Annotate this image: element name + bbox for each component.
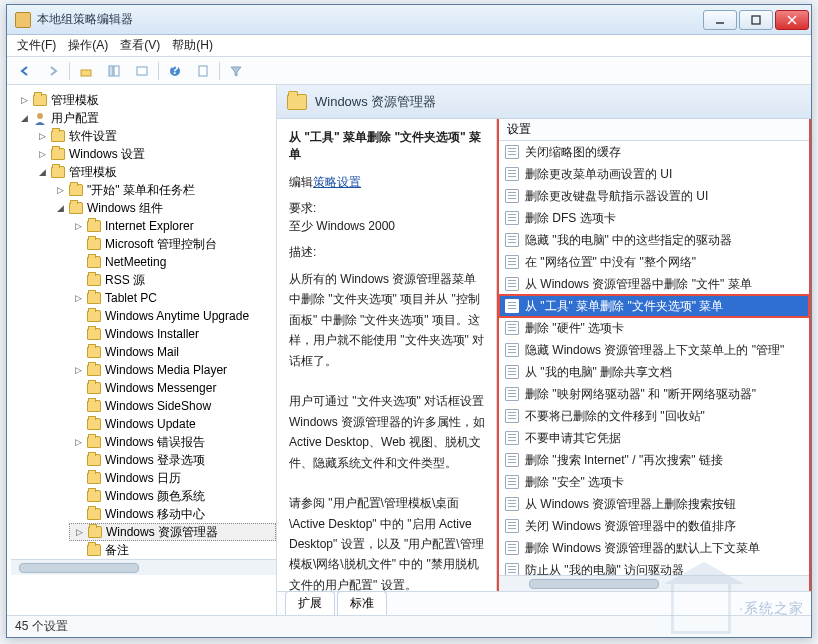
folder-icon bbox=[87, 364, 101, 376]
tree-item-logon[interactable]: Windows 登录选项 bbox=[69, 451, 276, 469]
folder-icon bbox=[87, 220, 101, 232]
up-button[interactable] bbox=[74, 60, 98, 82]
expand-icon[interactable]: ▷ bbox=[73, 437, 83, 447]
content-title: Windows 资源管理器 bbox=[315, 93, 436, 111]
toolbar-separator bbox=[219, 62, 220, 80]
maximize-button[interactable] bbox=[739, 10, 773, 30]
tree-item-anytime[interactable]: Windows Anytime Upgrade bbox=[69, 307, 276, 325]
forward-button[interactable] bbox=[41, 60, 65, 82]
list-item[interactable]: 防止从 "我的电脑" 访问驱动器 bbox=[499, 559, 809, 575]
expand-icon[interactable]: ▷ bbox=[74, 527, 84, 537]
folder-icon bbox=[51, 130, 65, 142]
tree-item-netmeeting[interactable]: NetMeeting bbox=[69, 253, 276, 271]
expand-icon[interactable]: ▷ bbox=[73, 365, 83, 375]
policy-icon bbox=[505, 255, 519, 269]
settings-list[interactable]: 关闭缩略图的缓存删除更改菜单动画设置的 UI删除更改键盘导航指示器设置的 UI删… bbox=[499, 141, 809, 575]
properties-button[interactable] bbox=[191, 60, 215, 82]
list-item[interactable]: 删除 "映射网络驱动器" 和 "断开网络驱动器" bbox=[499, 383, 809, 405]
list-item[interactable]: 不要将已删除的文件移到 "回收站" bbox=[499, 405, 809, 427]
tree-item[interactable]: ▷Windows 设置 bbox=[33, 145, 276, 163]
menubar: 文件(F) 操作(A) 查看(V) 帮助(H) bbox=[7, 35, 811, 57]
list-item[interactable]: 隐藏 "我的电脑" 中的这些指定的驱动器 bbox=[499, 229, 809, 251]
filter-button[interactable] bbox=[224, 60, 248, 82]
collapse-icon[interactable]: ◢ bbox=[19, 113, 29, 123]
tree-item-colorsystem[interactable]: Windows 颜色系统 bbox=[69, 487, 276, 505]
tree-item-rss[interactable]: RSS 源 bbox=[69, 271, 276, 289]
collapse-icon[interactable]: ◢ bbox=[37, 167, 47, 177]
tree-item-ie[interactable]: ▷Internet Explorer bbox=[69, 217, 276, 235]
list-item[interactable]: 删除 Windows 资源管理器的默认上下文菜单 bbox=[499, 537, 809, 559]
minimize-button[interactable] bbox=[703, 10, 737, 30]
tree-item[interactable]: ▷管理模板 bbox=[15, 91, 276, 109]
list-item[interactable]: 删除 "搜索 Internet" / "再次搜索" 链接 bbox=[499, 449, 809, 471]
export-button[interactable] bbox=[130, 60, 154, 82]
list-item[interactable]: 从 Windows 资源管理器上删除搜索按钮 bbox=[499, 493, 809, 515]
tree-item-installer[interactable]: Windows Installer bbox=[69, 325, 276, 343]
expand-icon[interactable]: ▷ bbox=[37, 149, 47, 159]
tab-standard[interactable]: 标准 bbox=[337, 591, 387, 615]
scrollbar-thumb[interactable] bbox=[529, 579, 659, 589]
list-item[interactable]: 关闭 Windows 资源管理器中的数值排序 bbox=[499, 515, 809, 537]
menu-help[interactable]: 帮助(H) bbox=[172, 37, 213, 54]
expand-icon[interactable]: ▷ bbox=[55, 185, 65, 195]
tree-item-errorreport[interactable]: ▷Windows 错误报告 bbox=[69, 433, 276, 451]
list-item[interactable]: 在 "网络位置" 中没有 "整个网络" bbox=[499, 251, 809, 273]
list-item[interactable]: 不要申请其它凭据 bbox=[499, 427, 809, 449]
tree-item-sideshow[interactable]: Windows SideShow bbox=[69, 397, 276, 415]
tree-item-remark[interactable]: 备注 bbox=[69, 541, 276, 559]
list-scrollbar[interactable] bbox=[499, 575, 809, 591]
tree-item-windows-components[interactable]: ◢Windows 组件 bbox=[51, 199, 276, 217]
menu-view[interactable]: 查看(V) bbox=[120, 37, 160, 54]
scrollbar-thumb[interactable] bbox=[19, 563, 139, 573]
tree-pane[interactable]: ▷管理模板 ◢用户配置 ▷软件设置 ▷Windows 设置 ◢管理模板 ▷"开始… bbox=[7, 85, 277, 615]
list-item[interactable]: 关闭缩略图的缓存 bbox=[499, 141, 809, 163]
tree-item-explorer[interactable]: ▷Windows 资源管理器 bbox=[69, 523, 276, 541]
tree-item-messenger[interactable]: Windows Messenger bbox=[69, 379, 276, 397]
back-button[interactable] bbox=[13, 60, 37, 82]
tree-item-tabletpc[interactable]: ▷Tablet PC bbox=[69, 289, 276, 307]
show-hide-tree-button[interactable] bbox=[102, 60, 126, 82]
list-item[interactable]: 删除更改键盘导航指示器设置的 UI bbox=[499, 185, 809, 207]
tab-extended[interactable]: 扩展 bbox=[285, 591, 335, 615]
tree-item-update[interactable]: Windows Update bbox=[69, 415, 276, 433]
collapse-icon[interactable]: ◢ bbox=[55, 203, 65, 213]
list-item[interactable]: 隐藏 Windows 资源管理器上下文菜单上的 "管理" bbox=[499, 339, 809, 361]
expand-icon[interactable]: ▷ bbox=[73, 293, 83, 303]
tree-item-mail[interactable]: Windows Mail bbox=[69, 343, 276, 361]
help-button[interactable]: ? bbox=[163, 60, 187, 82]
folder-icon bbox=[33, 94, 47, 106]
policy-icon bbox=[505, 211, 519, 225]
toolbar: ? bbox=[7, 57, 811, 85]
list-item[interactable]: 从 Windows 资源管理器中删除 "文件" 菜单 bbox=[499, 273, 809, 295]
tree-item-user-config[interactable]: ◢用户配置 bbox=[15, 109, 276, 127]
tree-item-mediaplayer[interactable]: ▷Windows Media Player bbox=[69, 361, 276, 379]
menu-action[interactable]: 操作(A) bbox=[68, 37, 108, 54]
list-item[interactable]: 删除 "硬件" 选项卡 bbox=[499, 317, 809, 339]
tree-item-calendar[interactable]: Windows 日历 bbox=[69, 469, 276, 487]
edit-policy-link[interactable]: 策略设置 bbox=[313, 175, 361, 189]
expand-icon[interactable]: ▷ bbox=[37, 131, 47, 141]
svg-point-11 bbox=[37, 113, 43, 119]
tree-item[interactable]: ▷软件设置 bbox=[33, 127, 276, 145]
window-buttons bbox=[703, 10, 809, 30]
list-item[interactable]: 从 "我的电脑" 删除共享文档 bbox=[499, 361, 809, 383]
menu-file[interactable]: 文件(F) bbox=[17, 37, 56, 54]
svg-text:?: ? bbox=[171, 64, 178, 77]
tree-item-mmc[interactable]: Microsoft 管理控制台 bbox=[69, 235, 276, 253]
folder-icon bbox=[87, 346, 101, 358]
list-item[interactable]: 删除 DFS 选项卡 bbox=[499, 207, 809, 229]
tree-scrollbar[interactable] bbox=[11, 559, 276, 575]
list-item[interactable]: 从 "工具" 菜单删除 "文件夹选项" 菜单 bbox=[499, 295, 809, 317]
folder-icon bbox=[87, 274, 101, 286]
app-icon bbox=[15, 12, 31, 28]
expand-icon[interactable]: ▷ bbox=[19, 95, 29, 105]
tree-item[interactable]: ▷"开始" 菜单和任务栏 bbox=[51, 181, 276, 199]
tree-item-admin-templates[interactable]: ◢管理模板 bbox=[33, 163, 276, 181]
tree-item-mobility[interactable]: Windows 移动中心 bbox=[69, 505, 276, 523]
close-button[interactable] bbox=[775, 10, 809, 30]
expand-icon[interactable]: ▷ bbox=[73, 221, 83, 231]
list-item[interactable]: 删除更改菜单动画设置的 UI bbox=[499, 163, 809, 185]
folder-icon bbox=[51, 166, 65, 178]
list-item[interactable]: 删除 "安全" 选项卡 bbox=[499, 471, 809, 493]
settings-column-header[interactable]: 设置 bbox=[499, 119, 809, 141]
